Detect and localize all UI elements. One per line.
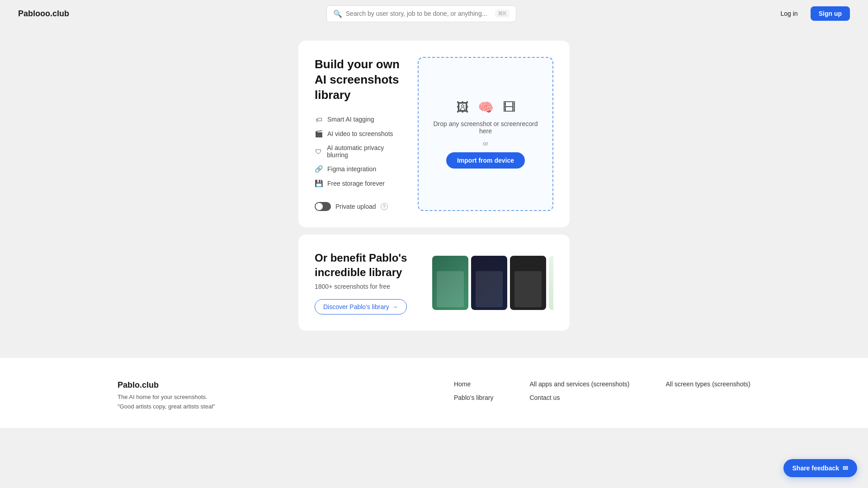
help-icon[interactable]: ?	[381, 203, 388, 210]
footer-link-pablos-library[interactable]: Pablo's library	[454, 394, 494, 401]
screenshot-2	[471, 256, 507, 310]
footer: Pablo.club The AI home for your screensh…	[0, 358, 868, 428]
pablo-library-card: Or benefit Pablo's incredible library 18…	[298, 235, 570, 330]
build-library-card: Build your own AI screenshots library 🏷 …	[298, 41, 570, 227]
video-icon: 🎬	[315, 130, 323, 138]
footer-link-contact[interactable]: Contact us	[529, 394, 629, 401]
feature-item-storage: 💾 Free storage forever	[315, 179, 403, 188]
storage-icon: 💾	[315, 179, 323, 188]
drop-or: or	[483, 140, 488, 147]
screenshot-4	[549, 256, 553, 310]
library-screenshots	[432, 256, 553, 310]
signup-button[interactable]: Sign up	[811, 6, 850, 21]
feedback-label: Share feedback	[793, 465, 840, 472]
feature-label-privacy: AI automatic privacy blurring	[327, 144, 403, 159]
header-actions: Log in Sign up	[774, 6, 850, 21]
footer-link-home[interactable]: Home	[454, 380, 494, 388]
footer-brand: Pablo.club The AI home for your screensh…	[118, 380, 454, 410]
library-title: Or benefit Pablo's incredible library	[315, 251, 432, 279]
drop-zone[interactable]: 🖼 🧠 🎞 Drop any screenshot or screenrecor…	[418, 57, 553, 211]
search-shortcut: ⌘K	[495, 9, 509, 18]
brain-icon: 🧠	[478, 100, 494, 115]
link-icon: 🔗	[315, 165, 323, 173]
private-upload-row: Private upload ?	[315, 202, 403, 211]
import-from-device-button[interactable]: Import from device	[446, 152, 525, 169]
discover-arrow: →	[392, 303, 398, 310]
discover-library-button[interactable]: Discover Pablo's library →	[315, 299, 407, 314]
shield-icon: 🛡	[315, 147, 322, 155]
feature-list: 🏷 Smart AI tagging 🎬 AI video to screens…	[315, 115, 403, 188]
main-content: Build your own AI screenshots library 🏷 …	[298, 41, 570, 331]
screenshot-3	[510, 256, 546, 310]
card-left: Build your own AI screenshots library 🏷 …	[315, 57, 403, 211]
footer-col-3: All screen types (screenshots)	[665, 380, 750, 410]
footer-link-screen-types[interactable]: All screen types (screenshots)	[665, 380, 750, 388]
drop-zone-icons: 🖼 🧠 🎞	[456, 100, 515, 115]
feature-item-video: 🎬 AI video to screenshots	[315, 130, 403, 138]
footer-tagline: The AI home for your screenshots.	[118, 394, 454, 400]
private-upload-toggle[interactable]	[315, 202, 331, 211]
header: Pablooo.club 🔍 ⌘K Log in Sign up	[0, 0, 868, 27]
feature-item-tagging: 🏷 Smart AI tagging	[315, 115, 403, 123]
footer-link-all-apps[interactable]: All apps and services (screenshots)	[529, 380, 629, 388]
feature-label-figma: Figma integration	[327, 165, 376, 173]
footer-logo: Pablo.club	[118, 380, 454, 390]
hero-title: Build your own AI screenshots library	[315, 57, 403, 103]
login-button[interactable]: Log in	[774, 6, 805, 21]
search-input[interactable]	[346, 10, 491, 17]
search-icon: 🔍	[333, 9, 342, 18]
feature-label-storage: Free storage forever	[327, 180, 385, 187]
image-icon: 🖼	[456, 100, 469, 115]
footer-links: Home Pablo's library All apps and servic…	[454, 380, 750, 410]
private-upload-label: Private upload	[335, 203, 376, 210]
footer-col-2: All apps and services (screenshots) Cont…	[529, 380, 629, 410]
screenshot-1	[432, 256, 468, 310]
library-subtitle: 1800+ screenshots for free	[315, 283, 432, 290]
tag-icon: 🏷	[315, 115, 323, 123]
footer-col-1: Home Pablo's library	[454, 380, 494, 410]
footer-quote: "Good artists copy, great artists steal"	[118, 403, 454, 410]
discover-label: Discover Pablo's library	[323, 303, 389, 310]
library-left: Or benefit Pablo's incredible library 18…	[315, 251, 432, 314]
drop-text: Drop any screenshot or screenrecord here	[428, 120, 543, 135]
share-feedback-button[interactable]: Share feedback ✉	[783, 459, 858, 477]
feedback-icon: ✉	[843, 465, 848, 472]
site-logo[interactable]: Pablooo.club	[18, 9, 69, 19]
toggle-knob	[316, 203, 323, 210]
feature-label-video: AI video to screenshots	[327, 130, 393, 137]
feature-label-tagging: Smart AI tagging	[327, 116, 374, 123]
search-bar[interactable]: 🔍 ⌘K	[326, 5, 516, 22]
feature-item-privacy: 🛡 AI automatic privacy blurring	[315, 144, 403, 159]
film-icon: 🎞	[503, 100, 515, 115]
feature-item-figma: 🔗 Figma integration	[315, 165, 403, 173]
